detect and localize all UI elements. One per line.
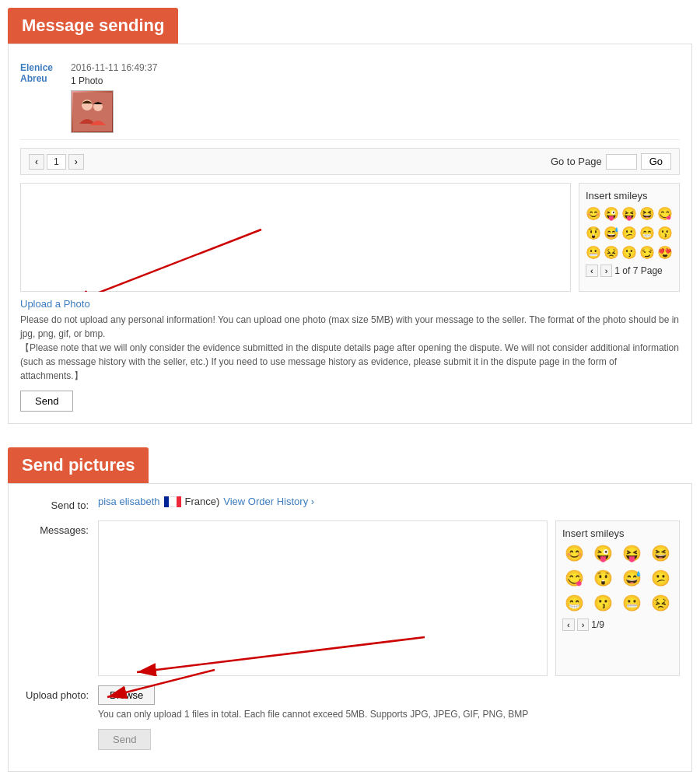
smiley-2-1[interactable]: 😲 <box>586 226 601 240</box>
upload-photo-label: Upload photo: <box>20 685 98 701</box>
smiley-2-3[interactable]: 😕 <box>621 226 637 240</box>
message-textarea[interactable] <box>20 183 571 292</box>
smiley-1-4[interactable]: 😆 <box>639 206 655 221</box>
smiley-1-1[interactable]: 😊 <box>586 206 601 221</box>
smiley-next-btn[interactable]: › <box>600 265 613 277</box>
section2-wrapper: Send to: pisa elisabeth France) View Ord… <box>8 483 692 772</box>
pagination-left: ‹ 1 › <box>29 154 84 170</box>
view-order-link[interactable]: View Order History › <box>223 496 314 507</box>
smiley2-page: 1/9 <box>591 619 604 630</box>
browse-btn[interactable]: Browse <box>98 685 155 705</box>
section1-send-wrapper: Send <box>20 383 680 412</box>
smiley2-next-btn[interactable]: › <box>577 619 590 631</box>
smileys-grid2-1: 😊 😜 😝 😆 <box>562 544 673 562</box>
smiley2-3-3[interactable]: 😬 <box>620 594 645 612</box>
recipient-name[interactable]: pisa elisabeth <box>98 496 160 507</box>
section2-top: Send pictures <box>8 447 692 483</box>
france-flag <box>164 496 181 507</box>
smiley-nav-2: ‹ › 1/9 <box>562 619 673 631</box>
upload-notice: Please do not upload any personal inform… <box>20 313 680 383</box>
smiley-2-4[interactable]: 😁 <box>639 226 655 240</box>
flag-red <box>177 496 181 507</box>
smiley2-2-4[interactable]: 😕 <box>648 569 673 587</box>
smiley-3-4[interactable]: 😏 <box>639 245 655 260</box>
message-details: 2016-11-11 16:49:37 1 Photo <box>71 62 680 133</box>
messages-content: Insert smileys 😊 😜 😝 😆 😋 😲 😅 😕 <box>98 520 680 676</box>
compose-area-2: Insert smileys 😊 😜 😝 😆 😋 😲 😅 😕 <box>98 520 680 676</box>
upload-photo-link[interactable]: Upload a Photo <box>20 298 90 310</box>
smiley2-prev-btn[interactable]: ‹ <box>562 619 575 631</box>
section1-send-btn[interactable]: Send <box>20 391 73 412</box>
smileys-grid-1: 😊 😜 😝 😆 😋 <box>586 206 673 221</box>
compose-area: Insert smileys 😊 😜 😝 😆 😋 😲 😅 😕 😁 😗 <box>20 183 680 292</box>
message-date: 2016-11-11 16:49:37 <box>71 62 680 73</box>
smileys-grid2-2: 😋 😲 😅 😕 <box>562 569 673 587</box>
smiley-3-3[interactable]: 😗 <box>621 245 637 260</box>
smiley2-3-1[interactable]: 😁 <box>562 594 587 612</box>
smiley2-2-2[interactable]: 😲 <box>591 569 616 587</box>
section1-wrapper: Elenice Abreu 2016-11-11 16:49:37 1 Phot… <box>8 44 692 424</box>
smiley-2-5[interactable]: 😗 <box>657 226 673 240</box>
message-textarea-2[interactable] <box>98 520 548 676</box>
smiley2-2-1[interactable]: 😋 <box>562 569 587 587</box>
smileys-grid-3: 😬 😣 😗 😏 😍 <box>586 245 673 260</box>
smiley-1-2[interactable]: 😜 <box>604 206 619 221</box>
smiley2-1-3[interactable]: 😝 <box>620 544 645 562</box>
sender-name-2: Abreu <box>20 73 71 84</box>
send-to-label: Send to: <box>20 496 98 511</box>
goto-input[interactable] <box>606 154 637 170</box>
smileys-title: Insert smileys <box>586 190 673 202</box>
prev-page-btn[interactable]: ‹ <box>29 154 44 170</box>
svg-rect-0 <box>73 93 112 131</box>
smiley2-2-3[interactable]: 😅 <box>620 569 645 587</box>
upload-section: Upload a Photo Please do not upload any … <box>20 298 680 383</box>
messages-label: Messages: <box>20 520 98 536</box>
upload-photo-row: Upload photo: Browse You can only upload… <box>20 685 680 720</box>
upload-photo-content: Browse You can only upload 1 files in to… <box>98 685 680 720</box>
smileys-panel-2: Insert smileys 😊 😜 😝 😆 😋 😲 😅 😕 <box>555 520 680 676</box>
pagination-bar: ‹ 1 › Go to Page Go <box>20 148 680 175</box>
pagination-right: Go to Page Go <box>551 153 671 170</box>
section1-header-wrapper: Message sending <box>8 8 692 44</box>
smiley2-3-2[interactable]: 😗 <box>591 594 616 612</box>
goto-label: Go to Page <box>551 156 602 167</box>
smiley-nav: ‹ › 1 of 7 Page <box>586 265 673 277</box>
current-page: 1 <box>47 154 66 170</box>
smiley2-1-4[interactable]: 😆 <box>648 544 673 562</box>
thumbnail-image <box>73 93 112 131</box>
smileys-panel: Insert smileys 😊 😜 😝 😆 😋 😲 😅 😕 😁 😗 <box>579 183 680 292</box>
section2-title: Send pictures <box>8 447 149 483</box>
next-page-btn[interactable]: › <box>68 154 84 170</box>
section2-send-row: Send <box>20 729 680 750</box>
smileys-title-2: Insert smileys <box>562 527 673 539</box>
go-btn[interactable]: Go <box>641 153 671 170</box>
country-label: France) <box>185 496 220 507</box>
section2-send-btn[interactable]: Send <box>98 729 151 750</box>
smileys-grid-2: 😲 😅 😕 😁 😗 <box>586 226 673 240</box>
smiley-1-5[interactable]: 😋 <box>657 206 673 221</box>
smiley-page: 1 of 7 Page <box>614 265 662 276</box>
smiley-3-1[interactable]: 😬 <box>586 245 601 260</box>
smiley-2-2[interactable]: 😅 <box>604 226 619 240</box>
smiley-prev-btn[interactable]: ‹ <box>586 265 598 277</box>
sender-name-1: Elenice <box>20 62 71 73</box>
smiley2-3-4[interactable]: 😣 <box>648 594 673 612</box>
compose-wrapper: Insert smileys 😊 😜 😝 😆 😋 😲 😅 😕 😁 😗 <box>20 183 680 292</box>
smiley-3-5[interactable]: 😍 <box>657 245 673 260</box>
messages-row: Messages: Insert smileys 😊 😜 😝 😆 😋 <box>20 520 680 676</box>
smiley-3-2[interactable]: 😣 <box>604 245 619 260</box>
section2-send-spacer <box>20 729 98 733</box>
photo-thumbnail <box>71 90 114 133</box>
send-to-row: Send to: pisa elisabeth France) View Ord… <box>20 496 680 511</box>
smiley-1-3[interactable]: 😝 <box>621 206 637 221</box>
photo-thumb-inner <box>72 90 113 133</box>
upload-note: You can only upload 1 files in total. Ea… <box>98 709 680 720</box>
sender-info: Elenice Abreu <box>20 62 71 84</box>
smiley2-1-2[interactable]: 😜 <box>591 544 616 562</box>
message-content: 1 Photo <box>71 75 680 86</box>
flag-blue <box>164 496 169 507</box>
message-history-row: Elenice Abreu 2016-11-11 16:49:37 1 Phot… <box>20 56 680 140</box>
smiley2-1-1[interactable]: 😊 <box>562 544 587 562</box>
section1-title: Message sending <box>8 8 178 44</box>
smileys-grid2-3: 😁 😗 😬 😣 <box>562 594 673 612</box>
